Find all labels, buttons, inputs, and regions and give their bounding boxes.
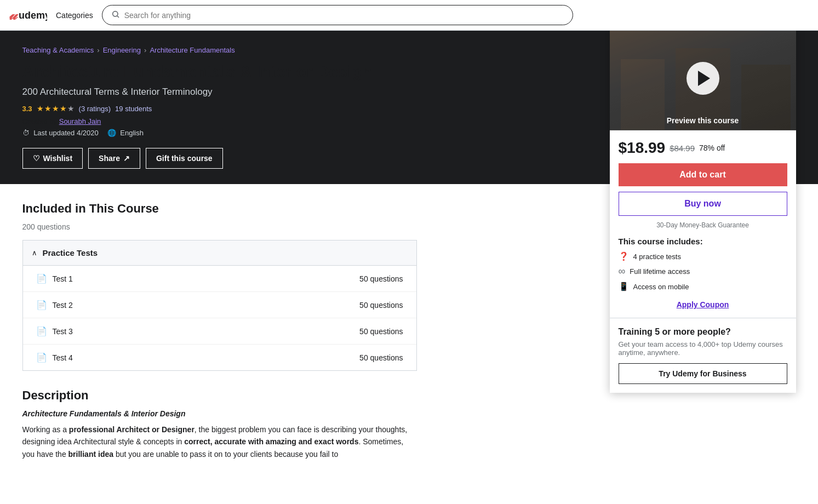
add-to-cart-button[interactable]: Add to cart [619,163,787,186]
include-item-2: 📱 Access on mobile [619,282,787,291]
doc-icon-2: 📄 [36,326,47,336]
test-row-3: 📄 Test 4 50 questions [23,345,416,370]
description-title: Description [22,388,417,403]
apply-coupon-link[interactable]: Apply Coupon [619,300,787,309]
training-box: Training 5 or more people? Get your team… [610,318,796,393]
desc-text-prefix: Working as a [22,425,69,434]
star-1: ★ [37,104,44,113]
course-subtitle: 200 Architectural Terms & Interior Termi… [22,87,593,98]
creator-link[interactable]: Sourabh Jain [59,117,101,125]
include-item-1: ∞ Full lifetime access [619,266,787,277]
desc-paragraph: Working as a professional Architect or D… [22,423,417,460]
star-rating: ★ ★ ★ ★ ★ [37,104,75,113]
preview-label: Preview this course [667,116,739,125]
svg-text:udemy: udemy [19,10,47,21]
hero-section: Teaching & Academics › Engineering › Arc… [0,31,818,184]
try-business-button[interactable]: Try Udemy for Business [619,363,787,384]
description-section: Description Architecture Fundamentals & … [22,388,417,460]
udemy-logo[interactable]: 𝓊 udemy [9,7,47,24]
play-button[interactable] [687,62,719,95]
practice-tests-box: ∧ Practice Tests 📄 Test 1 50 questions 📄… [22,240,417,371]
infinity-icon: ∞ [619,266,626,277]
price-current: $18.99 [619,139,666,157]
share-icon: ↗ [123,154,130,163]
chevron-up-icon: ∧ [32,249,37,257]
practice-tests-header[interactable]: ∧ Practice Tests [23,240,416,266]
test-row-left-0: 📄 Test 1 [36,273,73,284]
breadcrumb-engineering[interactable]: Engineering [103,46,141,54]
test-name-3: Test 4 [53,353,73,362]
breadcrumb: Teaching & Academics › Engineering › Arc… [22,46,593,54]
svg-line-2 [117,16,119,18]
desc-text-bold1: professional Architect or Designer [69,425,195,434]
training-desc: Get your team access to 4,000+ top Udemy… [619,340,787,357]
doc-icon-0: 📄 [36,273,47,284]
training-title: Training 5 or more people? [619,327,787,337]
question-icon: ❓ [619,251,629,261]
breadcrumb-sep-2: › [144,46,146,54]
categories-button[interactable]: Categories [56,11,93,20]
mobile-icon: 📱 [619,282,629,291]
search-bar [102,5,573,25]
test-name-2: Test 3 [53,327,73,336]
wishlist-button[interactable]: ♡ Wishlist [22,148,83,169]
last-updated: ⏱ Last updated 4/2020 [22,129,99,137]
test-questions-0: 50 questions [359,274,403,283]
search-input[interactable] [124,11,564,20]
includes-list: ❓ 4 practice tests ∞ Full lifetime acces… [619,251,787,291]
desc-italic: Architecture Fundamentals & Interior Des… [22,409,417,418]
guarantee-text: 30-Day Money-Back Guarantee [619,221,787,229]
clock-icon: ⏱ [22,129,30,137]
udemy-wordmark: udemy [19,9,47,21]
test-name-0: Test 1 [53,274,73,283]
star-3: ★ [52,104,59,113]
preview-thumbnail[interactable]: Preview this course [610,26,796,130]
rating-count: (3 ratings) [79,105,111,113]
svg-rect-6 [741,65,791,130]
meta-row: ⏱ Last updated 4/2020 🌐 English [22,129,593,137]
test-questions-2: 50 questions [359,327,403,336]
practice-tests-title: Practice Tests [43,248,98,257]
desc-text-bold2: correct, accurate with amazing and exact… [184,437,358,446]
content-area: Included in This Course 200 questions ∧ … [22,202,417,460]
search-icon [111,10,120,20]
creator-row: Created by Sourabh Jain [22,117,593,125]
doc-icon-1: 📄 [36,300,47,310]
include-text-0: 4 practice tests [633,253,681,261]
rating-number: 3.3 [22,105,32,113]
globe-icon: 🌐 [107,129,116,137]
price-row: $18.99 $84.99 78% off [619,139,787,157]
breadcrumb-sep-1: › [97,46,99,54]
price-discount: 78% off [699,144,725,152]
gift-button[interactable]: Gift this course [146,148,223,169]
language: 🌐 English [107,129,144,137]
desc-text-tail: but you are unable to pass it on to your… [113,450,338,459]
breadcrumb-architecture[interactable]: Architecture Fundamentals [150,46,234,54]
test-row-left-2: 📄 Test 3 [36,326,73,336]
test-questions-3: 50 questions [359,353,403,362]
doc-icon-3: 📄 [36,352,47,363]
include-text-2: Access on mobile [633,283,689,291]
play-triangle-icon [698,71,710,86]
card-body: $18.99 $84.99 78% off Add to cart Buy no… [610,130,796,318]
test-row-2: 📄 Test 3 50 questions [23,318,416,345]
breadcrumb-teaching[interactable]: Teaching & Academics [22,46,94,54]
share-button[interactable]: Share ↗ [88,148,140,169]
action-buttons: ♡ Wishlist Share ↗ Gift this course [22,148,593,169]
star-2: ★ [44,104,52,113]
udemy-u-icon: 𝓊 [9,7,16,24]
created-by-label: Created by [22,117,58,125]
test-row-left-1: 📄 Test 2 [36,300,73,310]
test-questions-1: 50 questions [359,301,403,310]
heart-icon: ♡ [33,154,40,163]
include-item-0: ❓ 4 practice tests [619,251,787,261]
svg-point-1 [112,12,117,16]
star-5: ★ [67,104,75,113]
navbar: 𝓊 udemy Categories [0,0,818,31]
svg-rect-4 [621,59,665,130]
buy-now-button[interactable]: Buy now [619,192,787,216]
include-text-1: Full lifetime access [630,267,690,276]
test-row-1: 📄 Test 2 50 questions [23,292,416,318]
students-count: 19 students [115,105,152,113]
sidebar-card: Preview this course $18.99 $84.99 78% of… [610,26,796,393]
